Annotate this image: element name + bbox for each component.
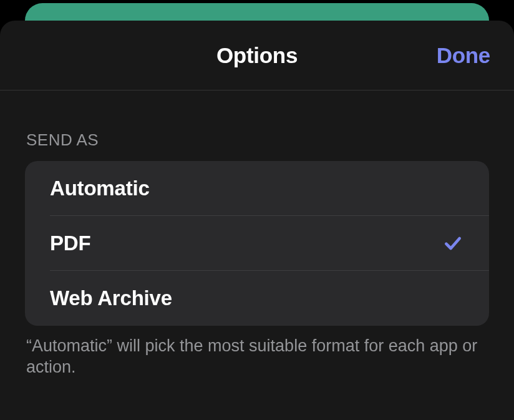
checkmark-icon — [442, 232, 464, 255]
options-sheet: Options Done SEND AS Automatic PDF Web A… — [0, 21, 514, 420]
list-item-label: Web Archive — [50, 286, 172, 310]
section-footer: “Automatic” will pick the most suitable … — [25, 336, 489, 378]
section-header: SEND AS — [25, 130, 489, 150]
list-item-web-archive[interactable]: Web Archive — [25, 271, 489, 326]
done-button[interactable]: Done — [437, 43, 490, 68]
list-item-pdf[interactable]: PDF — [25, 216, 489, 271]
sheet-header: Options Done — [0, 21, 514, 90]
list-item-label: Automatic — [50, 177, 150, 200]
list-item-automatic[interactable]: Automatic — [25, 161, 489, 216]
list-item-label: PDF — [50, 232, 90, 255]
sheet-content: SEND AS Automatic PDF Web Archive “Autom… — [0, 90, 514, 378]
page-title: Options — [216, 43, 298, 68]
send-as-list: Automatic PDF Web Archive — [25, 161, 489, 326]
